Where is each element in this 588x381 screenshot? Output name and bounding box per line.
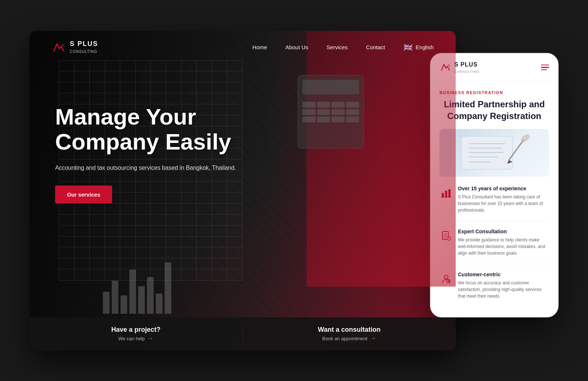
language-label: English	[416, 44, 434, 50]
hero-title: Manage Your Company Easily	[55, 104, 236, 154]
feature-consultation-text: Expert Consultation We provide guidance …	[458, 229, 549, 256]
project-cta: Have a project? We can help →	[29, 326, 243, 342]
hero-bottom-bar: Have a project? We can help → Want a con…	[29, 317, 456, 351]
flag-icon: 🇬🇧	[404, 43, 413, 52]
logo: S PLUS CONSULTING	[51, 40, 98, 55]
ham-line-3	[541, 69, 547, 71]
mobile-logo-text: S PLUS CONSULTING	[454, 61, 479, 74]
hero-section: S PLUS CONSULTING Home About Us Services…	[29, 31, 456, 351]
logo-text: S PLUS CONSULTING	[70, 40, 98, 54]
nav-menu: Home About Us Services Contact 🇬🇧 Englis…	[252, 43, 434, 52]
ham-line-2	[541, 67, 549, 68]
calc-keys	[298, 99, 363, 125]
calculator-illustration	[298, 75, 364, 148]
svg-rect-0	[462, 136, 513, 169]
logo-icon	[51, 40, 66, 55]
nav-services[interactable]: Services	[327, 44, 348, 50]
feature-experience-text: Over 15 years of experience S Plus Consu…	[458, 186, 549, 213]
mobile-badge: BUSINESS REGISTRATION	[440, 90, 549, 95]
page-wrapper: S PLUS CONSULTING Home About Us Services…	[15, 16, 573, 365]
feature-customer-text: Customer-centric We focus on accuracy an…	[458, 272, 549, 299]
project-sub: We can help →	[118, 335, 154, 342]
signing-illustration	[440, 129, 549, 177]
consultation-arrow-icon: →	[370, 335, 376, 342]
chart-illustration	[103, 262, 171, 314]
nav-language[interactable]: 🇬🇧 English	[404, 43, 434, 52]
ham-line-1	[541, 65, 549, 66]
nav-about[interactable]: About Us	[286, 44, 308, 50]
desktop-mockup: S PLUS CONSULTING Home About Us Services…	[29, 31, 456, 351]
red-gradient-overlay	[306, 31, 456, 287]
mobile-title: Limited Partnership and Company Registra…	[440, 98, 549, 121]
svg-point-8	[520, 133, 531, 144]
feature-consultation: Expert Consultation We provide guidance …	[440, 229, 549, 264]
feature-customer: Customer-centric We focus on accuracy an…	[440, 272, 549, 307]
calc-screen	[302, 80, 359, 94]
nav-home[interactable]: Home	[252, 44, 267, 50]
consultation-sub: Book an appointment →	[322, 335, 376, 342]
consultation-title: Want a consultation	[318, 326, 380, 334]
hamburger-menu-button[interactable]	[541, 65, 549, 71]
consultation-cta: Want a consultation Book an appointment …	[243, 326, 456, 342]
navigation: S PLUS CONSULTING Home About Us Services…	[29, 31, 456, 64]
project-arrow-icon: →	[148, 335, 154, 342]
nav-contact[interactable]: Contact	[366, 44, 385, 50]
hero-content: Manage Your Company Easily Accounting an…	[55, 104, 236, 204]
feature-experience: Over 15 years of experience S Plus Consu…	[440, 186, 549, 221]
hero-subtitle: Accounting and tax outsourcing services …	[55, 163, 236, 173]
mobile-service-image	[440, 129, 549, 177]
project-title: Have a project?	[111, 326, 161, 334]
our-services-button[interactable]: Our services	[55, 186, 112, 204]
